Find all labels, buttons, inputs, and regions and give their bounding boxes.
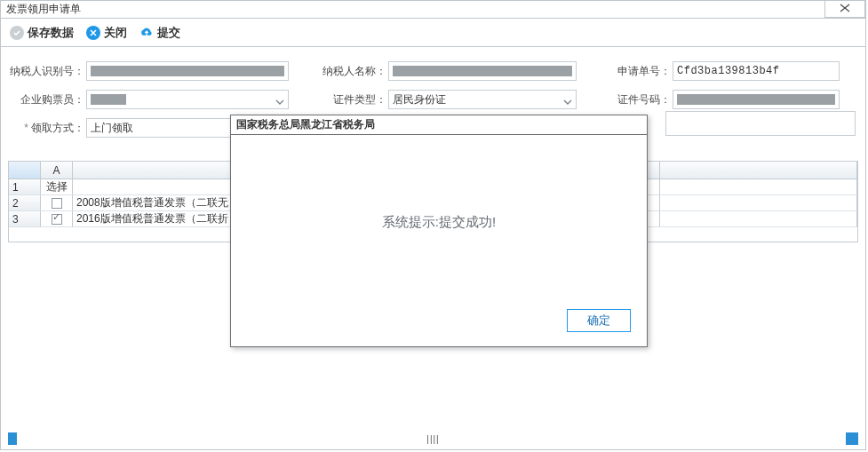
save-button[interactable]: 保存数据 <box>10 25 74 41</box>
modal-dialog: 国家税务总局黑龙江省税务局 系统提示:提交成功! 确定 <box>230 115 648 347</box>
horizontal-scrollbar[interactable]: |||| <box>8 432 858 446</box>
taxpayer-name-label: 纳税人名称： <box>312 64 388 79</box>
submit-label: 提交 <box>157 25 180 41</box>
close-icon <box>839 3 851 15</box>
toolbar: 保存数据 关闭 提交 <box>1 19 865 47</box>
modal-title: 国家税务总局黑龙江省税务局 <box>231 115 647 135</box>
window-title: 发票领用申请单 <box>6 2 81 17</box>
id-no-input[interactable] <box>673 90 840 109</box>
apply-no-input[interactable]: Cfd3ba139813b4f <box>673 61 840 81</box>
row-number: 2 <box>9 195 41 210</box>
taxpayer-name-input[interactable] <box>388 61 577 81</box>
window-close-button[interactable] <box>824 0 865 18</box>
grid-col-a: A <box>41 162 73 178</box>
header-blank <box>660 179 857 194</box>
grid-corner <box>9 162 41 178</box>
close-label: 关闭 <box>104 25 127 41</box>
apply-no-value: Cfd3ba139813b4f <box>677 65 780 77</box>
row-number: 3 <box>9 211 41 226</box>
row-blank <box>660 195 857 210</box>
titlebar: 发票领用申请单 <box>1 1 865 19</box>
close-button[interactable]: 关闭 <box>86 25 127 41</box>
redacted-value <box>393 66 572 76</box>
redacted-value <box>677 94 835 105</box>
purchaser-select[interactable] <box>86 90 289 109</box>
chevron-down-icon <box>275 96 284 108</box>
id-type-select[interactable]: 居民身份证 <box>388 90 577 109</box>
pickup-label: *领取方式： <box>10 121 86 136</box>
id-type-value: 居民身份证 <box>393 92 446 107</box>
modal-message: 系统提示:提交成功! <box>382 214 496 231</box>
redacted-value <box>91 94 126 105</box>
row-number: 1 <box>9 179 41 194</box>
id-type-label: 证件类型： <box>312 92 388 107</box>
redacted-value <box>91 66 284 76</box>
grid-col-c <box>660 162 857 178</box>
taxpayer-id-label: 纳税人识别号： <box>10 64 86 79</box>
row-checkbox[interactable] <box>41 211 73 226</box>
id-no-label: 证件号码： <box>596 92 673 107</box>
modal-body: 系统提示:提交成功! <box>231 135 647 309</box>
submit-button[interactable]: 提交 <box>139 25 180 41</box>
scroll-thumb[interactable] <box>8 432 17 445</box>
check-circle-icon <box>10 26 24 40</box>
grip-icon: |||| <box>426 434 439 444</box>
taxpayer-id-input[interactable] <box>86 61 289 81</box>
apply-no-label: 申请单号： <box>596 64 673 79</box>
row-checkbox[interactable] <box>41 195 73 210</box>
header-select: 选择 <box>41 179 73 194</box>
cloud-upload-icon <box>139 26 154 40</box>
save-label: 保存数据 <box>28 25 74 41</box>
scroll-thumb[interactable] <box>846 432 858 445</box>
row-blank <box>660 211 857 226</box>
extra-field[interactable] <box>665 111 856 136</box>
pickup-value: 上门领取 <box>91 121 133 136</box>
x-circle-icon <box>86 26 100 40</box>
modal-ok-button[interactable]: 确定 <box>567 309 631 332</box>
purchaser-label: 企业购票员： <box>10 92 86 107</box>
chevron-down-icon <box>563 96 572 108</box>
